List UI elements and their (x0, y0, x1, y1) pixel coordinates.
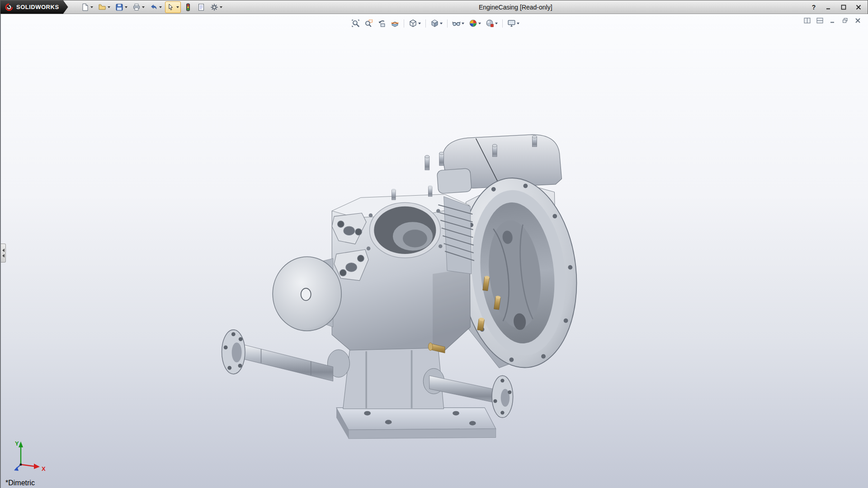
hide-show-items-icon (452, 19, 461, 28)
edit-appearance-button[interactable] (467, 17, 483, 29)
model-base-plate[interactable] (336, 408, 496, 439)
minimize-icon (826, 5, 831, 10)
section-view-icon (391, 19, 399, 28)
model-side-cover-disc[interactable] (273, 257, 341, 331)
undo-icon (150, 3, 158, 11)
new-document-button[interactable] (79, 1, 95, 13)
display-style-button[interactable] (429, 17, 444, 29)
zoom-to-area-icon (364, 19, 373, 28)
brand-text: SOLIDWORKS (16, 4, 59, 10)
model-support-bracket[interactable] (327, 348, 444, 409)
view-settings-icon (507, 19, 516, 28)
document-minimize-icon (830, 18, 835, 23)
view-orientation-icon (409, 19, 417, 28)
toolbar-separator (404, 19, 404, 28)
view-orientation-button[interactable] (407, 17, 423, 29)
document-close-button[interactable] (853, 16, 863, 25)
pane-toggle-vertical-icon (804, 18, 811, 23)
toolbar-separator (425, 19, 426, 28)
solidworks-logo-icon (5, 3, 13, 11)
rebuild-traffic-light-icon (184, 3, 192, 11)
titlebar: SOLIDWORKS (0, 0, 868, 14)
toolbar-separator (502, 19, 503, 28)
expand-panel-arrow-icon (2, 249, 5, 252)
display-style-icon (430, 19, 439, 28)
close-icon (856, 5, 861, 10)
print-button[interactable] (131, 1, 146, 13)
toolbar-separator (447, 19, 448, 28)
previous-view-icon (377, 19, 386, 28)
window-title: EngineCasing [Read-only] (479, 0, 552, 14)
previous-view-button[interactable] (376, 17, 388, 29)
zoom-to-area-button[interactable] (363, 17, 375, 29)
options-icon (210, 3, 218, 11)
save-icon (115, 3, 123, 11)
engine-casing-model[interactable] (1, 14, 868, 488)
document-minimize-button[interactable] (828, 16, 837, 25)
maximize-icon (841, 5, 846, 10)
document-close-icon (855, 18, 861, 23)
heads-up-view-toolbar (349, 17, 521, 29)
file-properties-button[interactable] (195, 1, 207, 13)
graphics-area[interactable]: Y X *Dimetric (0, 14, 868, 488)
maximize-button[interactable] (838, 3, 849, 12)
pane-toggle-horizontal-icon (816, 18, 823, 23)
save-button[interactable] (113, 1, 129, 13)
triad-x-label: X (42, 465, 46, 472)
apply-scene-button[interactable] (484, 17, 500, 29)
rebuild-button[interactable] (182, 1, 194, 13)
open-button[interactable] (96, 1, 112, 13)
open-icon (98, 3, 106, 11)
pane-toggle-horizontal-button[interactable] (815, 16, 825, 25)
expand-panel-arrow-icon (2, 254, 5, 258)
window-controls: ? (808, 0, 864, 14)
document-restore-icon (842, 18, 848, 23)
file-properties-icon (197, 3, 205, 11)
main-toolbar (79, 1, 224, 13)
options-button[interactable] (208, 1, 224, 13)
view-orientation-label: *Dimetric (5, 479, 35, 487)
triad-y-label: Y (15, 440, 19, 447)
select-button[interactable] (165, 1, 181, 13)
edit-appearance-icon (469, 19, 477, 28)
document-window-controls (802, 16, 863, 25)
new-document-icon (81, 3, 89, 11)
select-icon (167, 3, 175, 11)
document-restore-button[interactable] (840, 16, 850, 25)
minimize-button[interactable] (823, 3, 834, 12)
orientation-triad: Y X (11, 438, 49, 476)
model-left-shaft[interactable] (222, 330, 333, 381)
print-icon (132, 3, 141, 11)
close-button[interactable] (853, 3, 864, 12)
section-view-button[interactable] (389, 17, 401, 29)
help-button[interactable]: ? (808, 3, 819, 12)
undo-button[interactable] (148, 1, 164, 13)
solidworks-logo: SOLIDWORKS (0, 0, 68, 14)
hide-show-items-button[interactable] (450, 17, 466, 29)
solidworks-window: SOLIDWORKS (0, 0, 868, 488)
zoom-to-fit-icon (351, 19, 360, 28)
pane-toggle-vertical-button[interactable] (802, 16, 812, 25)
zoom-to-fit-button[interactable] (349, 17, 362, 29)
apply-scene-icon (486, 19, 494, 28)
view-settings-button[interactable] (505, 17, 521, 29)
collapsed-panel-tab[interactable] (1, 244, 6, 263)
